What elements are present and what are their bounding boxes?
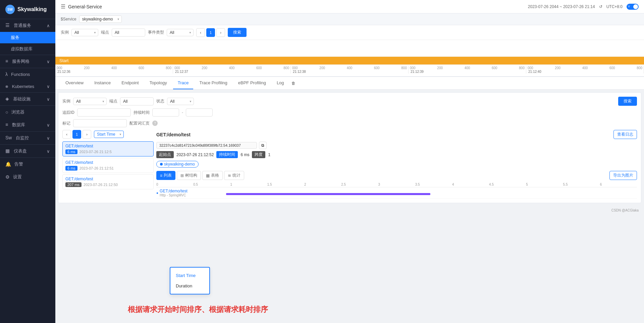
timezone-display: UTC+8:0: [606, 4, 623, 9]
sort-select[interactable]: Start Time Duration: [94, 131, 124, 138]
view-tree-btn[interactable]: ⊞ 树结构: [177, 171, 201, 180]
view-table-btn[interactable]: ▦ 表格: [202, 171, 223, 180]
timeline-segment-0: 000200400600800 21:12:36: [55, 66, 173, 74]
service-icon: ☰: [5, 22, 10, 28]
tab-instance[interactable]: Instance: [90, 77, 115, 89]
trace-id-field[interactable]: [156, 142, 257, 149]
duration-value: 6 ms: [240, 152, 249, 157]
sidebar-section-header-k8s[interactable]: ⎈ Kubernetes ∨: [0, 80, 55, 92]
trace-filter-row2: 追踪ID 持续时间 -: [62, 108, 637, 117]
scale-0: 0: [156, 183, 193, 186]
trace-list-item-1[interactable]: GET:/demo/test 6 ms 2023-07-26 21:12:5: [62, 141, 154, 156]
span-type: Http - SpringMVC: [160, 193, 187, 197]
logo-icon: SW: [5, 5, 15, 14]
trace-list-item-2[interactable]: GET:/demo/test 6 ms 2023-07-26 21:12:51: [62, 158, 154, 173]
k8s-icon: ⎈: [5, 84, 8, 89]
trace-id-input[interactable]: [77, 108, 131, 117]
sort-option-start-time[interactable]: Start Time: [170, 270, 209, 281]
filter-search-btn[interactable]: 搜索: [228, 28, 247, 37]
view-stats-label: 统计: [232, 173, 240, 178]
page-1-btn[interactable]: 1: [206, 28, 215, 37]
copy-btn[interactable]: ⧉: [259, 142, 267, 149]
trace-item-1-time: 2023-07-26 21:12:5: [79, 150, 112, 154]
view-stats-btn[interactable]: ≋ 统计: [224, 171, 244, 180]
sidebar-section-infra: ◈ 基础设施 ∨: [0, 93, 55, 106]
scale-1: 1: [230, 183, 267, 186]
duration-dash: -: [182, 110, 183, 115]
trace-node-input[interactable]: [120, 97, 154, 105]
span-url: GET:/demo/test: [160, 189, 187, 193]
trace-page-prev-btn[interactable]: ‹: [62, 130, 71, 139]
refresh-icon[interactable]: ↺: [599, 4, 602, 9]
trace-detail-header: GET:/demo/test 查看日志: [156, 130, 637, 139]
tab-trace-profiling[interactable]: Trace Profiling: [195, 77, 232, 89]
instance-select[interactable]: All: [71, 29, 98, 36]
tab-icon-settings[interactable]: 🗑: [290, 78, 297, 88]
right-panel: GET:/demo/test 查看日志 ⧉ 起始点 2023-07-26 21:…: [156, 130, 637, 199]
tab-endpoint[interactable]: Endpoint: [117, 77, 143, 89]
sidebar-item-virtual-db[interactable]: 虚拟数据库: [0, 43, 55, 55]
trace-page-next-btn[interactable]: ›: [83, 130, 91, 139]
trace-duration-from-input[interactable]: [152, 108, 179, 117]
sidebar-item-browser[interactable]: ○ 浏览器: [0, 106, 55, 119]
sidebar-item-alert[interactable]: 🔔 告警: [0, 158, 55, 171]
sidebar: SW Skywalking ☰ 普通服务 ∧ 服务 虚拟数据库 ≡ 服务网格 ∨…: [0, 0, 55, 323]
trace-node-label: 端点: [109, 98, 117, 104]
trace-search-btn[interactable]: 搜索: [618, 97, 637, 106]
sidebar-item-service[interactable]: 服务: [0, 32, 55, 43]
trace-instance-select[interactable]: All: [73, 98, 107, 105]
hamburger-icon[interactable]: ☰: [61, 3, 65, 10]
sidebar-section-header-selfmonitor[interactable]: Sw 自监控 ∨: [0, 132, 55, 144]
view-log-btn[interactable]: 查看日志: [613, 130, 637, 139]
event-filter-label: 事件类型: [148, 30, 164, 35]
trace-id-label: 追踪ID: [62, 110, 74, 116]
sidebar-section-header-mesh[interactable]: ≡ 服务网格 ∨: [0, 55, 55, 68]
browser-icon: ○: [5, 109, 8, 115]
trace-duration-label: 持续时间: [133, 110, 150, 116]
chevron-infra-icon: ∨: [47, 97, 50, 102]
sidebar-section-header-general[interactable]: ☰ 普通服务 ∧: [0, 19, 55, 32]
trace-info-row: 起始点 2023-07-26 21:12:52 持续时间 6 ms 跨度 1: [156, 151, 637, 158]
trace-tag-input[interactable]: [73, 119, 127, 127]
start-value: 2023-07-26 21:12:52: [176, 152, 214, 157]
trace-status-select[interactable]: All: [167, 98, 194, 105]
toggle-switch[interactable]: V: [627, 4, 639, 10]
tab-trace[interactable]: Trace: [173, 77, 194, 89]
scale-3: 3: [378, 183, 415, 186]
page-next-btn[interactable]: ›: [216, 28, 225, 37]
export-btn[interactable]: 导出为图片: [609, 171, 637, 180]
tab-overview[interactable]: Overview: [61, 77, 88, 89]
trace-duration-to-input[interactable]: [186, 108, 213, 117]
sidebar-item-functions[interactable]: λ Functions: [0, 68, 55, 80]
trace-list-item-3[interactable]: GET:/demo/test 207 ms 2023-07-26 21:12:5…: [62, 174, 154, 189]
node-filter-input[interactable]: [112, 29, 145, 37]
sidebar-section-mesh: ≡ 服务网格 ∨: [0, 55, 55, 68]
tab-topology[interactable]: Topology: [145, 77, 172, 89]
selfmonitor-icon: Sw: [5, 135, 12, 140]
trace-config-label: 配置词汇页: [129, 121, 150, 126]
tab-ebpf-profiling[interactable]: eBPF Profiling: [233, 77, 271, 89]
page-prev-btn[interactable]: ‹: [196, 28, 205, 37]
sidebar-section-header-db[interactable]: ≡ 数据库 ∨: [0, 119, 55, 131]
sidebar-section-header-dashboard[interactable]: ▦ 仪表盘 ∨: [0, 145, 55, 157]
trace-filter: 实例 All 端点 状态 All 搜索: [62, 97, 637, 106]
view-list-btn[interactable]: ≡ 列表: [156, 171, 175, 180]
sort-option-duration[interactable]: Duration: [170, 281, 209, 291]
trace-page-1-btn[interactable]: 1: [72, 130, 81, 139]
sidebar-mesh-label: 服务网格: [12, 59, 30, 64]
timeline-segment-3: 000200400600800 21:12:39: [409, 66, 526, 74]
scale-5: 5: [526, 183, 563, 186]
timeline-segment-4: 000200400600800 21:12:40: [526, 66, 644, 74]
sidebar-section-header-infra[interactable]: ◈ 基础设施 ∨: [0, 93, 55, 105]
sidebar-item-settings[interactable]: ⚙ 设置: [0, 171, 55, 183]
sort-dropdown-popup: Start Time Duration: [170, 267, 210, 294]
sidebar-browser-label: 浏览器: [11, 109, 24, 115]
trace-item-3-meta: 207 ms 2023-07-26 21:12:50: [65, 182, 151, 187]
event-select[interactable]: All: [167, 29, 194, 36]
service-tag-name: skywalking-demo: [164, 162, 195, 167]
tab-log[interactable]: Log: [272, 77, 289, 89]
service-select[interactable]: skywalking-demo: [79, 15, 122, 23]
help-icon[interactable]: ?: [152, 121, 158, 126]
span-row-1[interactable]: ● GET:/demo/test Http - SpringMVC: [156, 187, 637, 199]
trace-item-1-url: GET:/demo/test: [65, 144, 151, 148]
